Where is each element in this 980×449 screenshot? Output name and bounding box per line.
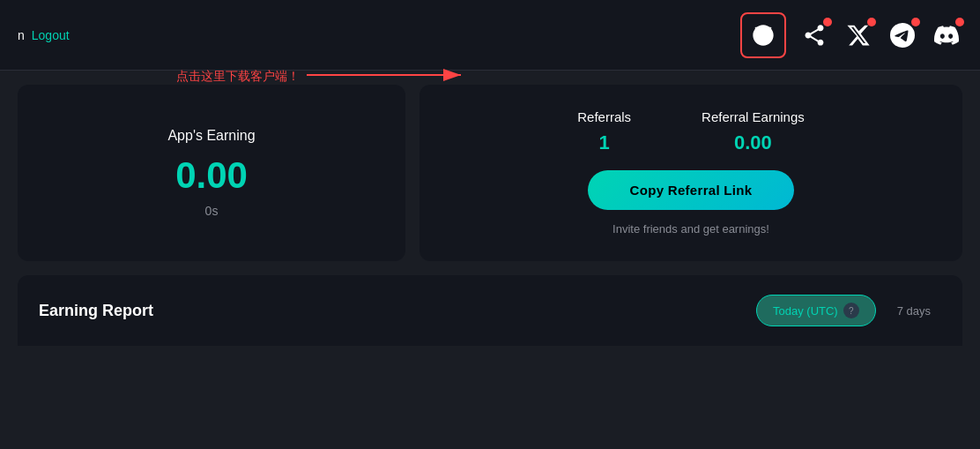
bottom-section: Earning Report Today (UTC) ? 7 days (18, 275, 962, 346)
app-earning-value: 0.00 (175, 154, 248, 197)
telegram-badge (911, 18, 920, 26)
share-icon (802, 23, 827, 48)
earning-report-title: Earning Report (39, 302, 153, 320)
time-filters: Today (UTC) ? 7 days (756, 295, 941, 326)
referrals-card: Referrals 1 Referral Earnings 0.00 Copy … (419, 85, 962, 261)
invite-text: Invite friends and get earnings! (612, 222, 769, 236)
discord-icon-btn[interactable] (931, 19, 962, 51)
app-earning-card: App's Earning 0.00 0s (18, 85, 405, 261)
discord-badge (955, 18, 964, 26)
filter-today-button[interactable]: Today (UTC) ? (756, 295, 876, 326)
today-question-badge: ? (843, 303, 859, 318)
twitter-badge (867, 18, 876, 26)
logout-link[interactable]: Logout (32, 28, 70, 42)
share-badge (823, 18, 832, 26)
referrals-stat: Referrals 1 (577, 109, 631, 154)
referrals-label: Referrals (577, 109, 631, 124)
navbar: n Logout (0, 0, 980, 71)
copy-referral-button[interactable]: Copy Referral Link (588, 170, 795, 210)
download-button[interactable] (740, 12, 786, 58)
filter-today-label: Today (UTC) (773, 304, 838, 318)
twitter-x-icon (846, 23, 871, 48)
referrals-stats-row: Referrals 1 Referral Earnings 0.00 (455, 109, 927, 154)
app-earning-time: 0s (205, 204, 219, 218)
download-icon (751, 23, 776, 48)
referral-earnings-label: Referral Earnings (702, 109, 805, 124)
cards-row: App's Earning 0.00 0s Referrals 1 Referr… (18, 85, 962, 261)
app-earning-label: App's Earning (167, 128, 255, 144)
telegram-icon (890, 23, 915, 48)
main-content: App's Earning 0.00 0s Referrals 1 Referr… (0, 71, 980, 360)
filter-7days-button[interactable]: 7 days (887, 297, 941, 325)
nav-n-text: n (18, 28, 25, 42)
discord-icon (934, 23, 959, 48)
twitter-icon-btn[interactable] (843, 19, 874, 51)
referral-earnings-value: 0.00 (734, 131, 772, 154)
referral-earnings-stat: Referral Earnings 0.00 (702, 109, 805, 154)
referrals-value: 1 (599, 131, 610, 154)
nav-right (740, 12, 962, 58)
share-icon-btn[interactable] (798, 19, 830, 51)
nav-left: n Logout (18, 28, 70, 42)
telegram-icon-btn[interactable] (887, 19, 918, 51)
svg-rect-0 (755, 26, 772, 28)
